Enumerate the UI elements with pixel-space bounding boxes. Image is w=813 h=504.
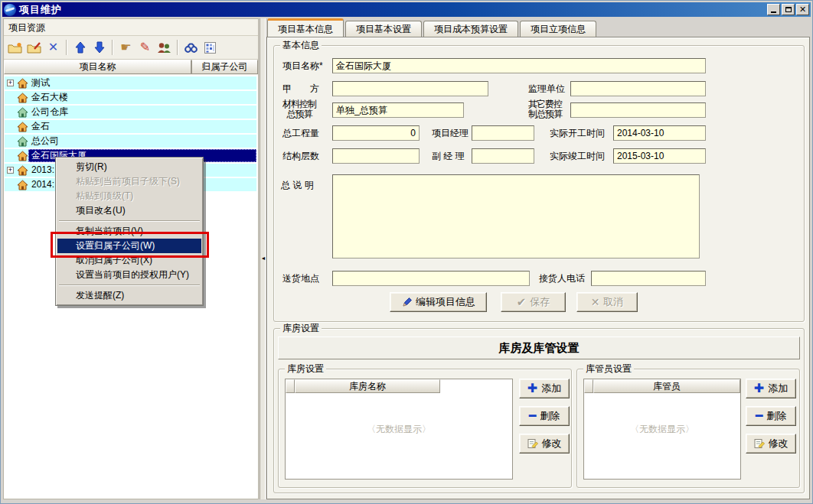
hand-point-button[interactable]: ☛ (116, 38, 136, 57)
edit-project-info-label: 编辑项目信息 (416, 295, 475, 309)
modify-note-icon (527, 438, 538, 449)
save-button: ✔ 保存 (501, 292, 566, 312)
keeper-table[interactable]: 库管员 〈无数据显示〉 (583, 379, 741, 480)
grid-icon (204, 42, 216, 54)
plus-icon: ✚ (754, 382, 764, 395)
green-house-icon (17, 107, 28, 118)
storeroom-table[interactable]: 库房名称 〈无数据显示〉 (285, 379, 513, 480)
party-a-input[interactable] (332, 81, 488, 96)
panel-header: 项目资源 (4, 19, 258, 36)
actual-finish-input[interactable] (613, 148, 706, 164)
new-folder-icon (8, 42, 22, 54)
column-header-subsidiary[interactable]: 归属子公司 (191, 60, 258, 74)
toolbar-separator (112, 40, 113, 55)
project-name-label: 项目名称* (282, 58, 323, 73)
no-data-placeholder: 〈无数据显示〉 (584, 423, 740, 436)
move-down-icon (94, 41, 105, 54)
new-folder-button[interactable] (5, 38, 24, 57)
menu-item-rename-project[interactable]: 项目改名(U) (57, 203, 201, 218)
close-icon: ✕ (799, 5, 806, 14)
total-quantity-label: 总工程量 (282, 125, 319, 141)
project-manager-input[interactable] (472, 125, 534, 141)
keeper-remove-button[interactable]: ━ 删除 (746, 406, 796, 426)
delivery-address-input[interactable] (332, 271, 530, 286)
menu-item-set-authorized-users[interactable]: 设置当前项目的授权用户(Y) (57, 268, 201, 282)
expand-icon[interactable]: + (7, 167, 14, 174)
move-down-button[interactable] (90, 38, 109, 57)
collapse-panel-icon[interactable]: ◄ (260, 255, 266, 261)
tree-item-label: 测试 (28, 76, 256, 89)
storeroom-subgroup: 库房设置 库房名称 〈无数据显示〉 ✚ 添加 ━ 删除 (278, 369, 572, 488)
tab-project-approval-info[interactable]: 项目立项信息 (520, 21, 596, 37)
storeroom-add-button[interactable]: ✚ 添加 (519, 379, 570, 398)
minimize-icon (771, 11, 776, 13)
menu-item-send-reminder[interactable]: 发送提醒(Z) (57, 288, 201, 303)
receiver-phone-label: 接货人电话 (539, 271, 585, 286)
minimize-button[interactable] (767, 4, 780, 15)
deputy-manager-input[interactable] (472, 148, 534, 164)
tree-row[interactable]: 总公司 (5, 135, 256, 148)
actual-finish-label: 实际竣工时间 (550, 148, 605, 164)
total-quantity-input[interactable] (332, 125, 420, 141)
storeroom-modify-button[interactable]: 修改 (519, 434, 570, 454)
basic-info-group: 基本信息 项目名称* 甲 方 监理单位 材料控制总预算 其它费控制总预算 总工程… (273, 45, 805, 322)
other-budget-input[interactable] (570, 102, 706, 118)
close-button[interactable]: ✕ (796, 4, 809, 15)
edit-folder-icon (27, 42, 41, 54)
window-title: 项目维护 (19, 3, 62, 17)
column-header-project-name[interactable]: 项目名称 (4, 60, 191, 74)
edit-project-info-button[interactable]: 编辑项目信息 (390, 292, 487, 312)
tab-project-cost-budget-settings[interactable]: 项目成本预算设置 (423, 21, 518, 37)
delete-button[interactable]: ✕ (44, 38, 63, 57)
edit-pencil-icon (401, 297, 412, 307)
users-button[interactable] (155, 38, 174, 57)
grid-view-button[interactable] (201, 38, 220, 57)
tree-row[interactable]: 金石大楼 (5, 91, 256, 104)
keeper-add-button[interactable]: ✚ 添加 (746, 379, 796, 398)
keeper-modify-button[interactable]: 修改 (746, 434, 796, 454)
receiver-phone-input[interactable] (591, 271, 706, 286)
keeper-column-header[interactable]: 库管员 (593, 379, 740, 393)
warehouse-group: 库房设置 库房及库管设置 库房设置 库房名称 〈无数据显示〉 ✚ 添加 (273, 328, 805, 493)
menu-item-unset-subsidiary[interactable]: 取消归属子公司(X) (57, 253, 201, 268)
tree-row[interactable]: 金石 (5, 120, 256, 133)
menu-item-set-subsidiary[interactable]: 设置归属子公司(W) (57, 239, 201, 253)
actual-start-input[interactable] (613, 125, 706, 141)
detail-panel: 项目基本信息 项目基本设置 项目成本预算设置 项目立项信息 基本信息 项目名称*… (266, 18, 810, 499)
menu-item-paste-as-child: 粘贴到当前项目子级下(S) (57, 174, 201, 189)
project-name-input[interactable] (332, 58, 706, 73)
tree-row[interactable]: + 测试 (5, 76, 256, 89)
tab-project-basic-settings[interactable]: 项目基本设置 (345, 21, 422, 37)
material-budget-input[interactable] (332, 102, 464, 118)
modify-note-icon (754, 438, 765, 449)
move-up-button[interactable] (70, 38, 90, 57)
maximize-button[interactable] (782, 4, 795, 15)
warehouse-banner: 库房及库管设置 (278, 337, 800, 359)
supervisor-label: 监理单位 (528, 81, 565, 96)
move-up-icon (75, 41, 86, 54)
material-budget-label: 材料控制总预算 (279, 99, 319, 119)
structure-floors-input[interactable] (332, 148, 420, 164)
orange-house-icon (17, 151, 28, 161)
warehouse-group-title: 库房设置 (280, 323, 322, 333)
delete-icon: ✕ (48, 41, 58, 54)
menu-item-copy-current-project[interactable]: 复制当前项目(V) (57, 224, 201, 239)
storeroom-name-column-header[interactable]: 库房名称 (295, 379, 440, 393)
summary-textarea[interactable] (332, 174, 700, 259)
tree-item-label: 总公司 (28, 135, 256, 148)
window: 项目维护 ✕ 项目资源 ✕ (0, 0, 813, 504)
edit-folder-button[interactable] (24, 38, 44, 57)
menu-item-cut[interactable]: 剪切(R) (57, 160, 201, 174)
keeper-subgroup: 库管员设置 库管员 〈无数据显示〉 ✚ 添加 ━ 删除 (576, 369, 800, 488)
pencil-button[interactable]: ✎ (136, 38, 155, 57)
storeroom-remove-button[interactable]: ━ 删除 (519, 406, 570, 426)
find-button[interactable] (181, 38, 201, 57)
tab-strip: 项目基本信息 项目基本设置 项目成本预算设置 项目立项信息 (266, 18, 810, 37)
tree-row[interactable]: 公司仓库 (5, 106, 256, 119)
green-house-icon (17, 136, 28, 147)
expand-icon[interactable]: + (7, 80, 14, 86)
tab-project-basic-info[interactable]: 项目基本信息 (267, 18, 344, 37)
panel-splitter[interactable]: ◄ (260, 18, 266, 499)
supervisor-input[interactable] (570, 81, 706, 96)
orange-house-icon (17, 165, 28, 176)
